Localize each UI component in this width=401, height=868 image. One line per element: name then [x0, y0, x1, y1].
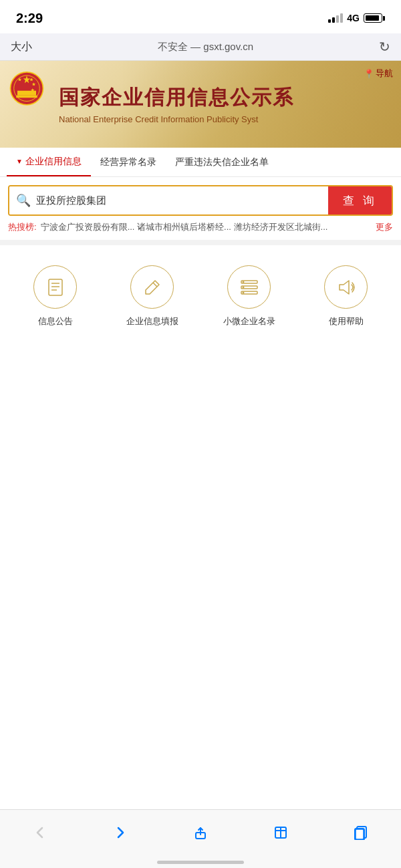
- navigation-link[interactable]: 📍 导航: [364, 67, 393, 80]
- url-bar[interactable]: 不安全 — gsxt.gov.cn: [40, 41, 371, 53]
- nav-link-label: 导航: [376, 67, 393, 80]
- bookmarks-icon: [273, 825, 288, 840]
- site-title-cn: 国家企业信用信息公示系: [59, 84, 294, 112]
- feature-info-bulletin[interactable]: 信息公告: [7, 265, 104, 327]
- signal-icon: [328, 13, 343, 23]
- tab-enterprise-credit[interactable]: ▼ 企业信用信息: [7, 148, 91, 176]
- status-time: 2:29: [16, 11, 43, 26]
- svg-marker-20: [340, 281, 349, 294]
- bottom-nav: [0, 809, 401, 868]
- search-input-wrap: 🔍: [9, 186, 328, 214]
- national-emblem: [7, 71, 53, 138]
- tab-abnormal[interactable]: 经营异常名录: [91, 148, 166, 176]
- tab-blacklist-label: 严重违法失信企业名单: [175, 156, 269, 168]
- site-banner: 📍 导航 国家企业信用信息公示系 National Enterprise Cre…: [0, 61, 401, 148]
- pen-icon: [142, 277, 163, 298]
- svg-rect-3: [16, 96, 37, 98]
- feature-grid: 信息公告 企业信息填报 小微企业名录: [0, 245, 401, 341]
- small-enterprise-icon-circle: [227, 265, 271, 309]
- tab-arrow-icon: ▼: [16, 158, 23, 165]
- info-bulletin-icon-circle: [33, 265, 77, 309]
- svg-rect-27: [355, 829, 364, 840]
- feature-small-enterprise[interactable]: 小微企业名录: [200, 265, 297, 327]
- status-icons: 4G: [328, 13, 385, 23]
- site-title-en: National Enterprise Credit Information P…: [59, 114, 294, 124]
- hot-search-label: 热搜榜:: [8, 221, 37, 233]
- enterprise-fill-icon-circle: [130, 265, 174, 309]
- forward-icon: [113, 825, 128, 840]
- feature-enterprise-fill[interactable]: 企业信息填报: [104, 265, 200, 327]
- list-icon: [239, 277, 260, 298]
- tabs-button[interactable]: [345, 819, 377, 846]
- help-icon-circle: [324, 265, 368, 309]
- info-bulletin-label: 信息公告: [38, 315, 73, 327]
- battery-icon: [364, 13, 385, 23]
- back-button[interactable]: [24, 819, 56, 846]
- help-label: 使用帮助: [329, 315, 364, 327]
- hot-search-bar: 热搜榜: 宁波金广投资股份有限... 诸城市相州镇后塔桥经... 潍坊经济开发区…: [0, 216, 401, 240]
- hot-search-items[interactable]: 宁波金广投资股份有限... 诸城市相州镇后塔桥经... 潍坊经济开发区北城街..…: [41, 221, 372, 233]
- reload-button[interactable]: ↻: [379, 39, 390, 55]
- home-indicator: [157, 861, 244, 864]
- tab-abnormal-label: 经营异常名录: [100, 156, 156, 168]
- forward-button[interactable]: [104, 819, 136, 846]
- text-size-button[interactable]: 大小: [11, 40, 32, 54]
- svg-line-13: [153, 283, 157, 287]
- status-bar: 2:29 4G: [0, 0, 401, 33]
- section-divider: [0, 240, 401, 245]
- share-button[interactable]: [184, 819, 217, 846]
- browser-bar: 大小 不安全 — gsxt.gov.cn ↻: [0, 33, 401, 61]
- svg-rect-9: [49, 279, 62, 295]
- search-icon: 🔍: [16, 193, 31, 208]
- search-input[interactable]: [36, 195, 321, 206]
- network-label: 4G: [347, 13, 360, 23]
- tabs-icon: [354, 825, 368, 840]
- tab-enterprise-credit-label: 企业信用信息: [25, 156, 82, 168]
- small-enterprise-label: 小微企业名录: [223, 315, 275, 327]
- document-icon: [45, 277, 66, 298]
- back-icon: [33, 825, 47, 840]
- bookmarks-button[interactable]: [265, 819, 297, 846]
- svg-point-18: [242, 286, 244, 288]
- feature-help[interactable]: 使用帮助: [297, 265, 394, 327]
- search-button[interactable]: 查 询: [328, 186, 392, 214]
- search-section: 🔍 查 询: [0, 177, 401, 216]
- tab-blacklist[interactable]: 严重违法失信企业名单: [166, 148, 278, 176]
- banner-text: 国家企业信用信息公示系 National Enterprise Credit I…: [53, 84, 294, 124]
- svg-point-19: [242, 291, 244, 293]
- nav-tabs: ▼ 企业信用信息 经营异常名录 严重违法失信企业名单: [0, 148, 401, 177]
- share-icon: [193, 825, 208, 840]
- enterprise-fill-label: 企业信息填报: [126, 315, 178, 327]
- speaker-icon: [336, 277, 357, 298]
- svg-rect-2: [17, 91, 36, 96]
- svg-point-17: [242, 281, 244, 283]
- hot-search-more[interactable]: 更多: [376, 221, 393, 233]
- search-bar: 🔍 查 询: [8, 185, 393, 216]
